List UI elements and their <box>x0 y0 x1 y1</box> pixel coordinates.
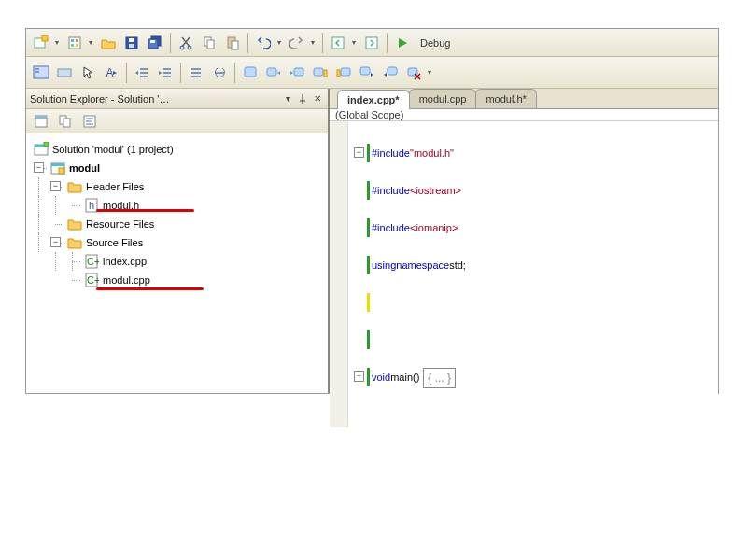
svg-rect-22 <box>35 68 39 70</box>
show-all-icon <box>58 114 73 129</box>
cpp-file-icon: C++ <box>84 273 99 287</box>
tab-modul-cpp[interactable]: modul.cpp <box>409 89 477 108</box>
bookmark4-button[interactable] <box>309 62 331 84</box>
save-button[interactable] <box>120 32 143 54</box>
code-token: #include <box>372 181 410 200</box>
dropdown-icon[interactable]: ▾ <box>275 38 283 47</box>
project-node[interactable]: − modul <box>30 159 324 177</box>
svg-rect-23 <box>35 71 39 73</box>
list-members-button[interactable] <box>30 62 52 84</box>
view-code-button[interactable] <box>78 110 101 133</box>
panel-close-button[interactable]: ✕ <box>311 92 324 105</box>
uncomment-button[interactable] <box>208 62 231 84</box>
separator <box>170 33 171 53</box>
panel-title: Solution Explorer - Solution '… <box>30 93 169 105</box>
dropdown-icon[interactable]: ▾ <box>350 38 358 47</box>
bookmark3-button[interactable] <box>286 62 308 84</box>
svg-rect-30 <box>341 68 350 76</box>
solution-tree: Solution 'modul' (1 project) − modul − H… <box>26 133 328 393</box>
annotation-line <box>96 287 204 290</box>
file-index-cpp[interactable]: C++ index.cpp <box>30 252 324 271</box>
annotation-line <box>96 209 194 212</box>
redo-button[interactable] <box>286 32 308 54</box>
copy-button[interactable] <box>198 32 220 54</box>
bookmark6-button[interactable] <box>356 62 378 84</box>
open-button[interactable] <box>97 32 120 54</box>
code-token: <iomanip> <box>410 218 458 237</box>
solution-root-node[interactable]: Solution 'modul' (1 project) <box>30 140 324 159</box>
tab-label: modul.h* <box>486 93 526 105</box>
text-size-button[interactable]: A▸ <box>100 62 122 84</box>
source-files-label: Source Files <box>86 237 143 248</box>
tab-modul-h[interactable]: modul.h* <box>475 89 536 108</box>
tab-index-cpp[interactable]: index.cpp* <box>337 90 410 109</box>
show-all-button[interactable] <box>54 110 77 133</box>
bookmark-icon <box>243 65 258 80</box>
indent-inc-button[interactable] <box>154 62 176 84</box>
panel-menu-button[interactable]: ▾ <box>281 92 294 105</box>
param-icon <box>57 65 72 80</box>
properties-button[interactable] <box>30 110 52 133</box>
svg-rect-20 <box>366 37 377 49</box>
scope-label: (Global Scope) <box>335 109 403 120</box>
cut-button[interactable] <box>175 32 197 54</box>
svg-rect-44 <box>51 163 64 166</box>
paste-button[interactable] <box>221 32 244 54</box>
comment-button[interactable] <box>185 62 207 84</box>
code-area[interactable]: −#include "modul.h" #include <iostream> … <box>330 121 718 427</box>
svg-rect-16 <box>207 40 214 49</box>
indent-dec-button[interactable] <box>131 62 153 84</box>
dropdown-icon[interactable]: ▾ <box>87 38 94 47</box>
bookmark1-button[interactable] <box>239 62 261 84</box>
save-icon <box>124 35 139 50</box>
undo-button[interactable] <box>252 32 275 54</box>
play-icon <box>396 36 409 49</box>
dropdown-icon[interactable]: ▾ <box>53 38 61 47</box>
scope-dropdown[interactable]: (Global Scope) <box>330 109 718 121</box>
bookmark7-button[interactable] <box>379 62 402 84</box>
bookmark-clear-button[interactable] <box>402 62 425 84</box>
new-project-button[interactable] <box>30 32 52 54</box>
bookmark5-button[interactable] <box>332 62 355 84</box>
dropdown-icon[interactable]: ▾ <box>426 68 433 77</box>
code-token: <iostream> <box>410 181 461 200</box>
code-token: using <box>372 256 396 274</box>
source-files-node[interactable]: − Source Files <box>30 233 324 252</box>
cursor-button[interactable] <box>77 62 99 84</box>
svg-rect-31 <box>337 70 340 77</box>
fold-button[interactable]: − <box>354 147 364 158</box>
bookmark2-button[interactable] <box>262 62 285 84</box>
code-icon <box>82 114 97 129</box>
bookmark-next-icon <box>266 65 281 80</box>
nav-fwd-button[interactable] <box>360 32 383 54</box>
dropdown-icon[interactable]: ▾ <box>309 38 317 47</box>
pin-icon[interactable] <box>296 92 309 105</box>
toolbar-code: A▸ ▾ <box>26 57 718 89</box>
svg-rect-1 <box>42 35 48 41</box>
svg-rect-19 <box>332 37 344 49</box>
add-item-button[interactable] <box>63 32 86 54</box>
svg-rect-6 <box>76 44 78 47</box>
svg-rect-25 <box>245 67 256 77</box>
bookmark-go-icon <box>359 65 374 80</box>
collapsed-region[interactable]: { ... } <box>423 368 456 388</box>
save-all-button[interactable] <box>144 32 166 54</box>
copy-icon <box>202 35 217 50</box>
fold-button[interactable]: + <box>354 371 364 382</box>
file-modul-cpp[interactable]: C++ modul.cpp <box>30 271 324 289</box>
panel-toolbar <box>26 109 328 133</box>
start-debug-button[interactable] <box>391 32 414 54</box>
header-files-node[interactable]: − Header Files <box>30 177 324 196</box>
svg-text:C++: C++ <box>87 256 99 267</box>
param-info-button[interactable] <box>53 62 76 84</box>
save-all-icon <box>148 35 162 50</box>
bookmark-folder-next-icon <box>313 65 328 80</box>
nav-back-button[interactable] <box>327 32 349 54</box>
file-modul-h[interactable]: h modul.h <box>30 196 324 215</box>
separator <box>322 33 323 53</box>
code-text[interactable]: −#include "modul.h" #include <iostream> … <box>348 121 718 427</box>
resource-files-node[interactable]: Resource Files <box>30 215 324 233</box>
nav-fwd-icon <box>364 35 379 50</box>
list-icon <box>33 65 49 80</box>
project-icon <box>50 161 65 175</box>
